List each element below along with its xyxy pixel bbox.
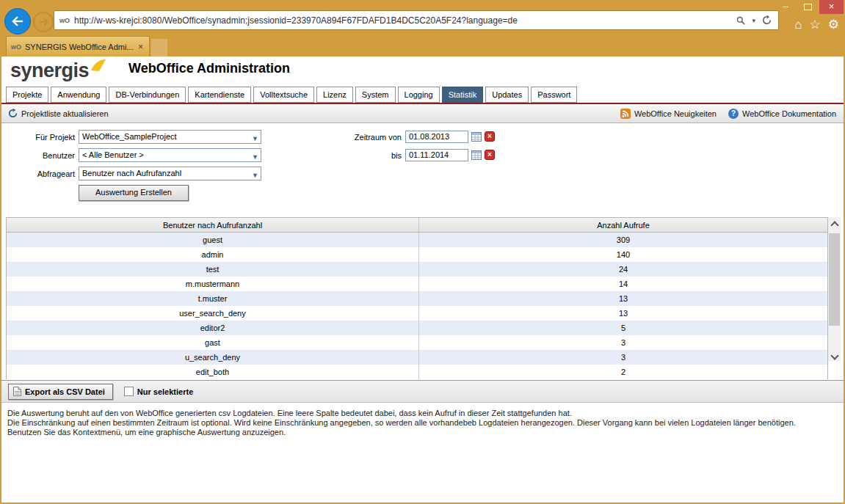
favorites-star-icon[interactable]: ☆ (810, 18, 821, 32)
scroll-up-button[interactable] (828, 217, 841, 230)
table-cell: 14 (419, 277, 828, 291)
scrollbar-thumb[interactable] (829, 233, 840, 326)
tab-passwort[interactable]: Passwort (531, 87, 577, 103)
chevron-down-icon: ▼ (252, 169, 258, 180)
column-header-aufrufe: Anzahl Aufrufe (419, 218, 828, 233)
column-header-benutzer: Benutzer nach Aufrufanzahl (7, 218, 419, 233)
chevron-up-icon (830, 221, 838, 229)
clear-date-from-icon[interactable]: × (485, 131, 495, 142)
tab-lizenz[interactable]: Lizenz (316, 87, 353, 103)
maximize-button[interactable] (797, 0, 818, 14)
tab-projekte[interactable]: Projekte (6, 87, 48, 103)
table-row[interactable]: m.mustermann14 (7, 277, 827, 291)
table-row[interactable]: admin140 (7, 247, 827, 262)
table-cell: 24 (419, 262, 828, 277)
table-cell: 2 (419, 365, 828, 379)
tab-db-verbindungen[interactable]: DB-Verbindungen (109, 87, 186, 103)
chevron-down-icon: ▼ (252, 133, 258, 144)
project-select-value: WebOffice_SampleProject (82, 132, 177, 141)
table-row[interactable]: user_search_deny13 (7, 306, 827, 321)
tab-anwendung[interactable]: Anwendung (51, 87, 106, 103)
date-to-input[interactable]: 01.11.2014 (405, 149, 468, 161)
only-selected-label: Nur selektierte (137, 387, 193, 396)
chevron-down-icon: ▼ (252, 151, 258, 162)
user-label: Benutzer (7, 151, 75, 160)
vertical-scrollbar[interactable] (828, 217, 841, 361)
query-type-select[interactable]: Benutzer nach Aufrufanzahl ▼ (79, 167, 261, 180)
table-row[interactable]: edit_both2 (7, 365, 827, 379)
weboffice-docs-link[interactable]: ? WebOffice Dokumentation (728, 109, 836, 119)
tab-system[interactable]: System (355, 87, 396, 103)
create-report-button[interactable]: Auswertung Erstellen (79, 185, 189, 201)
tab-statistik[interactable]: Statistik (442, 87, 484, 103)
back-button[interactable] (4, 8, 31, 34)
stats-table-body: guest309admin140test24m.mustermann14t.mu… (7, 233, 827, 380)
tab-kartendienste[interactable]: Kartendienste (188, 87, 251, 103)
browser-tab-title: SYNERGIS WebOffice Admi... (25, 43, 137, 51)
table-row[interactable]: u_search_deny3 (7, 350, 827, 365)
table-cell: 3 (419, 335, 828, 350)
refresh-icon (8, 109, 18, 118)
export-csv-button[interactable]: Export als CSV Datei (8, 384, 113, 400)
refresh-projects-button[interactable]: Projektliste aktualisieren (8, 109, 109, 118)
scroll-down-button[interactable] (828, 348, 841, 361)
table-row[interactable]: guest309 (7, 233, 827, 248)
user-select-value: < Alle Benutzer > (82, 150, 144, 159)
new-tab-button[interactable] (151, 39, 167, 56)
calendar-icon[interactable] (471, 131, 482, 142)
only-selected-checkbox[interactable] (124, 387, 134, 396)
table-row[interactable]: gast3 (7, 335, 827, 350)
logo-text: synergis (10, 60, 89, 81)
search-icon[interactable] (736, 16, 745, 25)
footnote-line: Die Einschränkung auf einen bestimmten Z… (7, 418, 827, 428)
date-from-input[interactable]: 01.08.2013 (405, 131, 468, 143)
tab-close-icon[interactable]: × (137, 42, 145, 52)
browser-tab[interactable]: wO SYNERGIS WebOffice Admi... × (6, 36, 150, 56)
back-arrow-icon (11, 15, 24, 27)
address-dropdown-icon[interactable]: ▾ (752, 17, 755, 24)
weboffice-news-label: WebOffice Neuigkeiten (634, 109, 717, 118)
footnote-line: Die Auswertung beruht auf den von WebOff… (7, 409, 827, 418)
tab-volltextsuche[interactable]: Volltextsuche (253, 87, 314, 103)
nav-tabs: ProjekteAnwendungDB-VerbindungenKartendi… (1, 87, 844, 104)
table-cell: 13 (419, 306, 828, 321)
user-select[interactable]: < Alle Benutzer > ▼ (79, 148, 261, 162)
project-select[interactable]: WebOffice_SampleProject ▼ (79, 130, 261, 144)
results-table: Benutzer nach Aufrufanzahl Anzahl Aufruf… (7, 218, 827, 379)
table-cell: guest (7, 233, 419, 248)
address-bar-icons: ▾ (730, 15, 778, 25)
chevron-down-icon (830, 351, 838, 359)
calendar-icon[interactable] (471, 150, 482, 160)
browser-window: – × wO http://w-ws-krejci:8080/WebOffice… (0, 0, 845, 504)
footnote-line: Benutzen Sie das Kontextmenü, um eine gr… (7, 428, 827, 437)
clear-date-to-icon[interactable]: × (485, 150, 495, 160)
table-cell: 140 (419, 247, 828, 262)
weboffice-news-link[interactable]: WebOffice Neuigkeiten (620, 109, 717, 119)
export-bar: Export als CSV Datei Nur selektierte (1, 380, 844, 403)
url-text[interactable]: http://w-ws-krejci:8080/WebOffice/synadm… (74, 15, 730, 26)
table-row[interactable]: test24 (7, 262, 827, 277)
table-row[interactable]: t.muster13 (7, 291, 827, 306)
browser-action-icons: ⌂ ☆ ⚙ (794, 18, 839, 32)
export-csv-label: Export als CSV Datei (25, 387, 105, 396)
tab-logging[interactable]: Logging (398, 87, 440, 103)
close-button[interactable]: × (819, 0, 844, 14)
table-cell: t.muster (7, 291, 419, 306)
rss-icon (620, 109, 631, 119)
table-cell: 5 (419, 321, 828, 335)
tab-favicon: wO (11, 43, 21, 51)
table-cell: gast (7, 335, 419, 350)
table-cell: admin (7, 247, 419, 262)
tab-updates[interactable]: Updates (485, 87, 529, 103)
table-cell: editor2 (7, 321, 419, 335)
table-row[interactable]: editor25 (7, 321, 827, 335)
table-cell: test (7, 262, 419, 277)
address-bar[interactable]: wO http://w-ws-krejci:8080/WebOffice/syn… (54, 10, 779, 30)
forward-button[interactable] (33, 12, 54, 32)
home-icon[interactable]: ⌂ (794, 18, 802, 32)
table-cell: 13 (419, 291, 828, 306)
csv-file-icon (13, 387, 21, 396)
refresh-page-icon[interactable] (762, 15, 772, 25)
settings-gear-icon[interactable]: ⚙ (828, 18, 839, 32)
maximize-icon (804, 4, 812, 10)
